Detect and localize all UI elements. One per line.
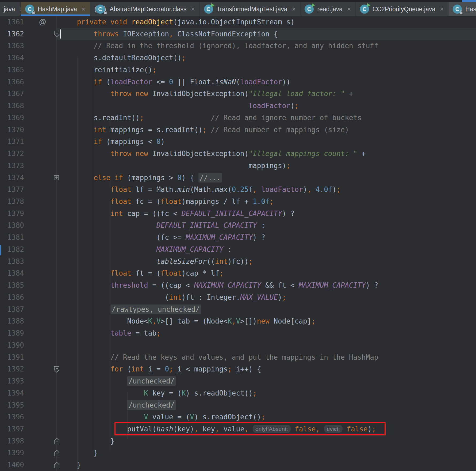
line-number[interactable]: 1394 xyxy=(0,387,24,399)
code-text[interactable]: // Read the keys and values, and put the… xyxy=(57,351,476,363)
line-number[interactable]: 1382 xyxy=(0,244,24,256)
code-text[interactable]: float fc = (float)mappings / lf + 1.0f; xyxy=(57,196,476,208)
line-number[interactable]: 1385 xyxy=(0,279,24,291)
close-icon[interactable]: ✕ xyxy=(81,6,86,12)
line-number[interactable]: 1374 xyxy=(0,172,24,184)
tab-transformedmaptest[interactable]: CTransformedMapTest.java✕ xyxy=(200,2,301,16)
code-text[interactable]: threshold = ((cap < MAXIMUM_CAPACITY && … xyxy=(57,279,476,291)
fold-icon[interactable] xyxy=(54,438,60,445)
code-text[interactable]: loadFactor); xyxy=(57,100,476,112)
tab-read[interactable]: Cread.java✕ xyxy=(300,2,356,16)
code-text[interactable] xyxy=(57,339,476,351)
line-number[interactable]: 1372 xyxy=(0,148,24,160)
line-number[interactable]: 1391 xyxy=(0,351,24,363)
code-text[interactable]: table = tab; xyxy=(57,327,476,339)
code-line: 1377 float lf = Math.min(Math.max(0.25f,… xyxy=(0,184,476,196)
line-number[interactable]: 1386 xyxy=(0,291,24,303)
code-line: 1371 if (mappings < 0) xyxy=(0,136,476,148)
code-text[interactable]: } xyxy=(57,435,476,447)
code-text[interactable]: if (loadFactor <= 0 || Float.isNaN(loadF… xyxy=(57,76,476,88)
line-number[interactable]: 1381 xyxy=(0,231,24,244)
line-number[interactable]: 1368 xyxy=(0,100,24,112)
line-number[interactable]: 1398 xyxy=(0,435,24,447)
line-number[interactable]: 1379 xyxy=(0,208,24,220)
code-text[interactable]: float ft = (float)cap * lf; xyxy=(57,267,476,279)
fold-icon[interactable] xyxy=(54,175,59,180)
tab-hashset[interactable]: CHashSet.java xyxy=(448,2,476,16)
code-text[interactable]: Node<K,V>[] tab = (Node<K,V>[])new Node[… xyxy=(57,315,476,327)
line-number[interactable]: 1366 xyxy=(0,76,24,88)
code-text[interactable]: (fc >= MAXIMUM_CAPACITY) ? xyxy=(57,231,476,244)
fold-icon[interactable] xyxy=(54,366,60,373)
line-number[interactable]: 1387 xyxy=(0,303,24,316)
code-text[interactable]: throw new InvalidObjectException("Illega… xyxy=(57,148,476,160)
line-number[interactable]: 1361 xyxy=(0,16,24,28)
code-line: 1374 else if (mappings > 0) { //... xyxy=(0,172,476,184)
annotation-gutter-icon[interactable]: @ xyxy=(39,18,46,26)
close-icon[interactable]: ✕ xyxy=(191,6,195,12)
fold-icon[interactable] xyxy=(54,450,60,457)
line-number[interactable]: 1390 xyxy=(0,339,24,351)
code-text[interactable]: else if (mappings > 0) { //... xyxy=(57,172,476,184)
line-number[interactable]: 1371 xyxy=(0,136,24,148)
tab-hashmap[interactable]: CHashMap.java✕ xyxy=(21,2,90,16)
gutter-cell xyxy=(24,244,57,256)
line-number[interactable]: 1395 xyxy=(0,399,24,411)
line-number[interactable]: 1383 xyxy=(0,256,24,268)
code-text[interactable]: } xyxy=(57,447,476,459)
code-text[interactable]: mappings); xyxy=(57,160,476,172)
code-text[interactable]: /rawtypes, unchecked/ xyxy=(57,303,476,316)
line-number[interactable]: 1384 xyxy=(0,267,24,279)
code-text[interactable]: throw new InvalidObjectException("Illega… xyxy=(57,88,476,100)
fold-icon[interactable] xyxy=(54,31,60,37)
line-number[interactable]: 1365 xyxy=(0,64,24,76)
code-text[interactable]: int mappings = s.readInt(); // Read numb… xyxy=(57,124,476,136)
tab-abstractmapdecorator[interactable]: (C)AbstractMapDecorator.class✕ xyxy=(90,2,200,16)
code-text[interactable]: MAXIMUM_CAPACITY : xyxy=(57,244,476,256)
code-text[interactable]: } xyxy=(57,459,476,471)
code-text[interactable]: for (int i = 0; i < mappings; i++) { xyxy=(57,363,476,375)
line-number[interactable]: 1364 xyxy=(0,52,24,64)
code-text[interactable]: DEFAULT_INITIAL_CAPACITY : xyxy=(57,219,476,231)
line-number[interactable]: 1393 xyxy=(0,375,24,387)
close-icon[interactable]: ✕ xyxy=(292,6,296,12)
code-text[interactable]: tableSizeFor((int)fc)); xyxy=(57,256,476,268)
line-number[interactable]: 1389 xyxy=(0,327,24,339)
line-number[interactable]: 1399 xyxy=(0,447,24,459)
line-number[interactable]: 1377 xyxy=(0,184,24,196)
fold-icon[interactable] xyxy=(54,462,60,469)
line-number[interactable]: 1400 xyxy=(0,459,24,471)
tab-java-partial[interactable]: java✕ xyxy=(0,2,21,16)
code-text[interactable]: K key = (K) s.readObject(); xyxy=(57,387,476,399)
line-number[interactable]: 1378 xyxy=(0,196,24,208)
line-number[interactable]: 1396 xyxy=(0,411,24,423)
line-number[interactable]: 1367 xyxy=(0,88,24,100)
code-text[interactable]: float lf = Math.min(Math.max(0.25f, load… xyxy=(57,184,476,196)
line-number[interactable]: 1370 xyxy=(0,124,24,136)
code-text[interactable]: // Read in the threshold (ignored), load… xyxy=(57,40,476,52)
code-text[interactable]: reinitialize(); xyxy=(57,64,476,76)
code-text[interactable]: if (mappings < 0) xyxy=(57,136,476,148)
close-icon[interactable]: ✕ xyxy=(347,6,351,12)
code-text[interactable]: V value = (V) s.readObject(); xyxy=(57,411,476,423)
code-text[interactable]: s.defaultReadObject(); xyxy=(57,52,476,64)
line-number[interactable]: 1362 xyxy=(0,28,24,40)
code-text[interactable]: /unchecked/ xyxy=(57,375,476,387)
close-icon[interactable]: ✕ xyxy=(440,6,444,12)
code-text[interactable]: private void readObject(java.io.ObjectIn… xyxy=(57,16,476,28)
code-line: 1362 throws IOException, ClassNotFoundEx… xyxy=(0,28,476,40)
line-number[interactable]: 1392 xyxy=(0,363,24,375)
line-number[interactable]: 1388 xyxy=(0,315,24,327)
line-number[interactable]: 1397 xyxy=(0,423,24,435)
gutter-cell xyxy=(24,279,57,291)
code-text[interactable]: (int)ft : Integer.MAX_VALUE); xyxy=(57,291,476,303)
code-text[interactable]: s.readInt(); // Read and ignore number o… xyxy=(57,112,476,124)
line-number[interactable]: 1363 xyxy=(0,40,24,52)
line-number[interactable]: 1369 xyxy=(0,112,24,124)
tab-cc2priorityqueue[interactable]: CCC2PriorityQueue.java✕ xyxy=(356,2,448,16)
line-number[interactable]: 1380 xyxy=(0,219,24,231)
code-text[interactable]: throws IOException, ClassNotFoundExcepti… xyxy=(57,28,476,40)
code-text[interactable]: /unchecked/ xyxy=(57,399,476,411)
line-number[interactable]: 1373 xyxy=(0,160,24,172)
code-text[interactable]: int cap = ((fc < DEFAULT_INITIAL_CAPACIT… xyxy=(57,208,476,220)
